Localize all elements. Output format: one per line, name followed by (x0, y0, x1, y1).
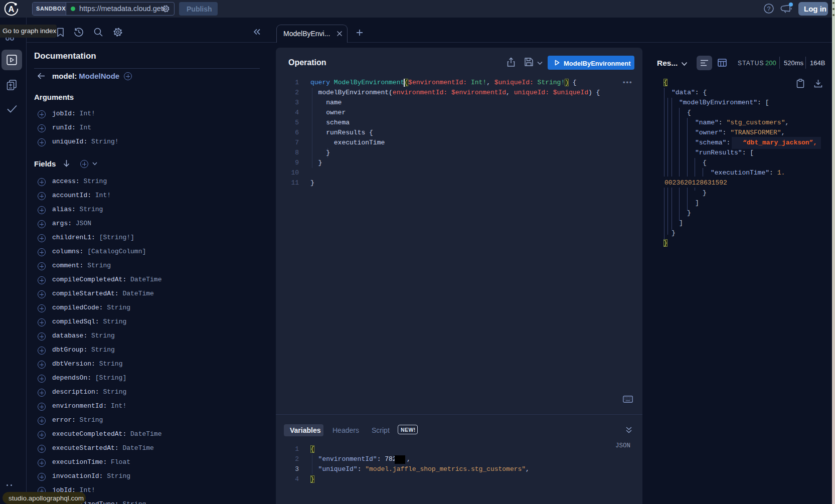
svg-text:A: A (9, 5, 15, 14)
svg-text:?: ? (767, 6, 771, 13)
